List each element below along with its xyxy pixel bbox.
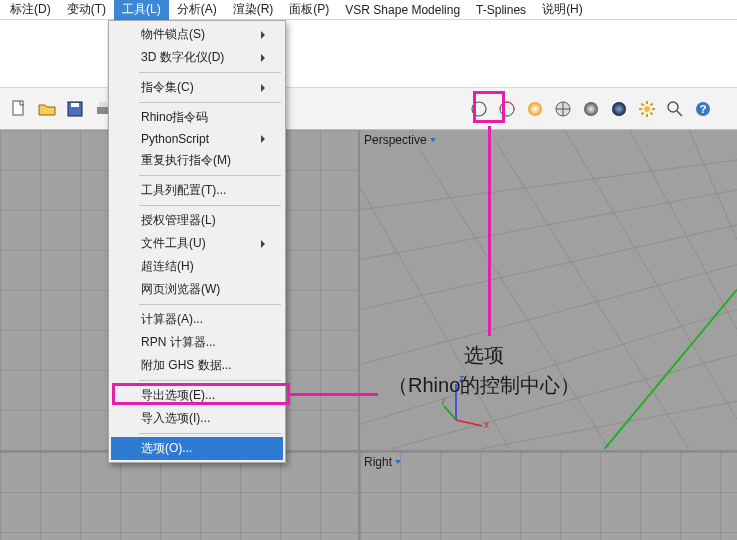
shade-color-icon[interactable] (522, 96, 548, 122)
dropdown-item[interactable]: 导入选项(I)... (111, 407, 283, 430)
annotation-line-vertical (488, 126, 491, 336)
menu-separator (139, 433, 281, 434)
menu-bar: 标注(D)变动(T)工具(L)分析(A)渲染(R)面板(P)VSR Shape … (0, 0, 737, 20)
menu-separator (139, 304, 281, 305)
open-icon[interactable] (34, 96, 60, 122)
dropdown-item-label: 3D 数字化仪(D) (141, 49, 224, 66)
dropdown-item-label: 工具列配置(T)... (141, 182, 226, 199)
shade-gray-icon[interactable] (578, 96, 604, 122)
dropdown-item-label: 物件锁点(S) (141, 26, 205, 43)
svg-line-32 (629, 130, 737, 329)
menu-item[interactable]: VSR Shape Modeling (337, 1, 468, 19)
svg-line-27 (480, 401, 737, 449)
dropdown-item-label: 导出选项(E)... (141, 387, 215, 404)
dropdown-item[interactable]: 附加 GHS 数据... (111, 354, 283, 377)
menu-item[interactable]: 说明(H) (534, 0, 591, 20)
dropdown-item-label: 超连结(H) (141, 258, 194, 275)
dropdown-item[interactable]: 物件锁点(S) (111, 23, 283, 46)
dropdown-item[interactable]: 导出选项(E)... (111, 384, 283, 407)
dropdown-item[interactable]: 计算器(A)... (111, 308, 283, 331)
menu-separator (139, 72, 281, 73)
dropdown-item-label: Rhino指令码 (141, 109, 208, 126)
dropdown-item-label: 导入选项(I)... (141, 410, 210, 427)
menu-separator (139, 205, 281, 206)
svg-line-23 (360, 225, 737, 310)
menu-separator (139, 102, 281, 103)
dropdown-item[interactable]: RPN 计算器... (111, 331, 283, 354)
svg-point-11 (472, 102, 486, 116)
submenu-arrow-icon (261, 31, 265, 39)
chevron-down-icon (430, 138, 436, 142)
svg-rect-0 (13, 101, 23, 115)
save-icon[interactable] (62, 96, 88, 122)
viewport-perspective[interactable]: Perspective z y x (360, 130, 737, 450)
dropdown-item-label: 重复执行指令(M) (141, 152, 231, 169)
menu-item[interactable]: 工具(L) (114, 0, 169, 20)
submenu-arrow-icon (261, 240, 265, 248)
dropdown-item[interactable]: PythonScript (111, 129, 283, 149)
submenu-arrow-icon (261, 54, 265, 62)
shade-wire-icon[interactable] (550, 96, 576, 122)
viewport-bottom-left[interactable] (0, 452, 358, 540)
svg-point-16 (612, 102, 626, 116)
dropdown-item-label: RPN 计算器... (141, 334, 216, 351)
svg-rect-4 (99, 102, 107, 107)
menu-item[interactable]: 标注(D) (2, 0, 59, 20)
menu-item[interactable]: 分析(A) (169, 0, 225, 20)
dropdown-item-label: 附加 GHS 数据... (141, 357, 232, 374)
svg-point-18 (668, 102, 678, 112)
dropdown-item-label: 网页浏览器(W) (141, 281, 220, 298)
menu-separator (139, 380, 281, 381)
svg-line-34 (604, 290, 737, 450)
shade-flat-icon[interactable] (466, 96, 492, 122)
dropdown-item-label: 授权管理器(L) (141, 212, 216, 229)
svg-line-21 (360, 160, 737, 210)
annotation-line1: 选项 (388, 340, 580, 370)
find-icon[interactable] (662, 96, 688, 122)
shade-ring-icon[interactable] (494, 96, 520, 122)
dropdown-item[interactable]: 授权管理器(L) (111, 209, 283, 232)
dropdown-item[interactable]: 超连结(H) (111, 255, 283, 278)
annotation-line2: （Rhino的控制中心） (388, 370, 580, 400)
dropdown-item[interactable]: 网页浏览器(W) (111, 278, 283, 301)
svg-point-17 (644, 106, 650, 112)
gear-icon[interactable] (634, 96, 660, 122)
dropdown-item-label: 文件工具(U) (141, 235, 206, 252)
svg-point-15 (584, 102, 598, 116)
right-view-title[interactable]: Right (364, 455, 401, 469)
menu-item[interactable]: T-Splines (468, 1, 534, 19)
dropdown-item[interactable]: 3D 数字化仪(D) (111, 46, 283, 69)
chevron-down-icon (395, 460, 401, 464)
viewport-right[interactable]: Right (360, 452, 737, 540)
dropdown-item[interactable]: 工具列配置(T)... (111, 179, 283, 202)
dropdown-item-label: 指令集(C) (141, 79, 194, 96)
svg-point-13 (528, 102, 542, 116)
dropdown-item[interactable]: 重复执行指令(M) (111, 149, 283, 172)
dropdown-item-label: 选项(O)... (141, 440, 192, 457)
dropdown-item[interactable]: 文件工具(U) (111, 232, 283, 255)
dropdown-item-label: PythonScript (141, 132, 209, 146)
svg-line-39 (456, 420, 482, 426)
menu-separator (139, 175, 281, 176)
dropdown-item[interactable]: Rhino指令码 (111, 106, 283, 129)
menu-item[interactable]: 渲染(R) (225, 0, 282, 20)
annotation-line-horizontal (290, 393, 378, 396)
submenu-arrow-icon (261, 84, 265, 92)
annotation-text: 选项 （Rhino的控制中心） (388, 340, 580, 400)
svg-line-31 (564, 130, 737, 419)
shade-blue-icon[interactable] (606, 96, 632, 122)
dropdown-item-label: 计算器(A)... (141, 311, 203, 328)
svg-text:x: x (484, 419, 489, 430)
perspective-title[interactable]: Perspective (364, 133, 436, 147)
dropdown-item[interactable]: 选项(O)... (111, 437, 283, 460)
svg-rect-2 (71, 103, 79, 107)
menu-item[interactable]: 变动(T) (59, 0, 114, 20)
tools-dropdown-menu: 物件锁点(S)3D 数字化仪(D)指令集(C)Rhino指令码PythonScr… (108, 20, 286, 463)
menu-item[interactable]: 面板(P) (281, 0, 337, 20)
svg-text:?: ? (700, 103, 707, 115)
svg-line-37 (444, 406, 456, 420)
new-icon[interactable] (6, 96, 32, 122)
submenu-arrow-icon (261, 135, 265, 143)
dropdown-item[interactable]: 指令集(C) (111, 76, 283, 99)
help-icon[interactable]: ? (690, 96, 716, 122)
